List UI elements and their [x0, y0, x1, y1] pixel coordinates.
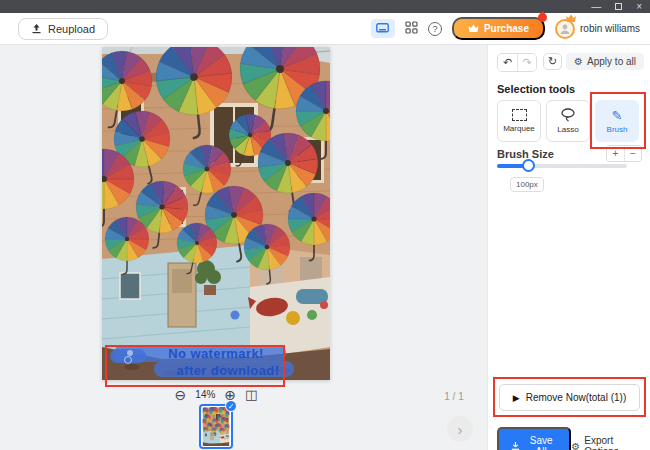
brush-label: Brush: [607, 125, 628, 134]
screen-mode-icon[interactable]: [371, 19, 395, 38]
tool-brush-button[interactable]: ✎ Brush: [595, 100, 639, 142]
slider-handle[interactable]: [522, 159, 535, 172]
apply-to-all-button[interactable]: ⚙ Apply to all: [566, 53, 644, 70]
export-options-label: Export Options: [584, 435, 643, 450]
app-toolbar: Reupload ? Purchase robin williams: [0, 13, 650, 45]
purchase-button[interactable]: Purchase: [452, 17, 545, 40]
tool-marquee-button[interactable]: Marquee: [497, 100, 541, 142]
save-all-button[interactable]: Save All: [497, 427, 571, 450]
flame-badge-icon: [536, 11, 549, 24]
brush-size-value: 100px: [510, 177, 544, 192]
selection-tools: Marquee Lasso ✎ Brush: [497, 100, 639, 142]
play-icon: ▶: [513, 393, 520, 403]
page-indicator: 1 / 1: [428, 391, 480, 402]
lasso-icon: [560, 108, 576, 122]
compare-view-icon[interactable]: ◫: [245, 387, 257, 402]
minimize-icon[interactable]: —: [591, 0, 601, 13]
brush-size-stepper: + −: [606, 145, 642, 162]
reupload-button[interactable]: Reupload: [18, 18, 108, 40]
plus-icon[interactable]: +: [607, 146, 624, 161]
help-icon[interactable]: ?: [428, 22, 442, 36]
redo-icon[interactable]: ↷: [517, 54, 536, 71]
save-all-label: Save All: [525, 435, 557, 450]
history-controls: ↶ ↷ ↻: [497, 53, 562, 72]
selected-check-icon: ✓: [225, 400, 237, 412]
brush-size-label: Brush Size: [497, 148, 554, 160]
grid-apps-icon[interactable]: [405, 20, 418, 38]
lasso-label: Lasso: [557, 125, 578, 134]
maximize-icon[interactable]: [615, 0, 622, 13]
brush-icon: ✎: [612, 109, 623, 122]
editor-canvas[interactable]: No watermark! after download! ⊖ 14% ⊕ ◫ …: [0, 45, 487, 450]
apply-to-all-label: Apply to all: [587, 56, 636, 67]
photo-image[interactable]: No watermark! after download!: [102, 47, 330, 380]
export-options-button[interactable]: ⚙ Export Options: [571, 435, 643, 450]
remove-now-label: Remove Now(total (1)): [526, 392, 627, 403]
right-panel: ↶ ↷ ↻ ⚙ Apply to all Selection tools Mar…: [487, 45, 650, 450]
panel-bottom-actions: Save All ⚙ Export Options: [497, 427, 643, 450]
umbrella-street-photo: [102, 47, 330, 380]
brush-size-slider[interactable]: [497, 164, 627, 168]
marquee-icon: [512, 109, 527, 121]
download-icon: [511, 441, 520, 450]
undo-icon[interactable]: ↶: [498, 54, 517, 71]
gear-icon: ⚙: [574, 56, 583, 67]
avatar-crown-icon: [565, 14, 577, 23]
tool-lasso-button[interactable]: Lasso: [546, 100, 590, 142]
zoom-out-icon[interactable]: ⊖: [175, 388, 187, 402]
close-icon[interactable]: ×: [636, 0, 642, 13]
zoom-level: 14%: [195, 389, 215, 400]
user-account[interactable]: robin williams: [555, 19, 640, 39]
remove-now-button[interactable]: ▶ Remove Now(total (1)): [499, 384, 640, 411]
person-icon: [559, 23, 571, 35]
image-thumbnail[interactable]: ✓: [199, 404, 233, 449]
purchase-label: Purchase: [484, 23, 529, 34]
refresh-icon[interactable]: ↻: [543, 53, 562, 70]
reupload-label: Reupload: [48, 23, 95, 35]
next-page-button[interactable]: ›: [447, 416, 473, 442]
zoom-toolbar: ⊖ 14% ⊕ ◫: [102, 387, 330, 402]
upload-icon: [31, 23, 42, 34]
selection-tools-title: Selection tools: [497, 83, 575, 95]
window-titlebar: — ×: [0, 0, 650, 13]
export-gear-icon: ⚙: [571, 441, 580, 450]
marquee-label: Marquee: [503, 124, 535, 133]
crown-icon: [468, 24, 479, 33]
username-label: robin williams: [580, 23, 640, 34]
minus-icon[interactable]: −: [624, 146, 641, 161]
